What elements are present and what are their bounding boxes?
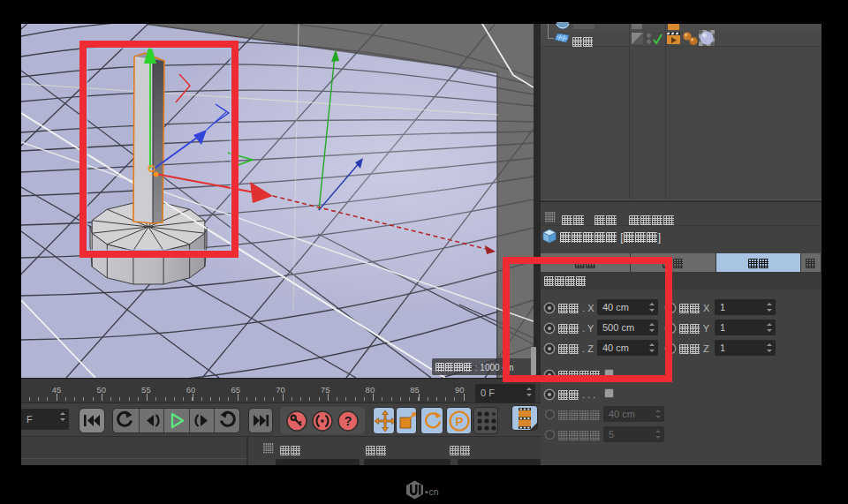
svg-text:?: ? bbox=[344, 414, 352, 428]
svg-text:P: P bbox=[455, 415, 463, 428]
svg-text:cn: cn bbox=[429, 486, 439, 497]
